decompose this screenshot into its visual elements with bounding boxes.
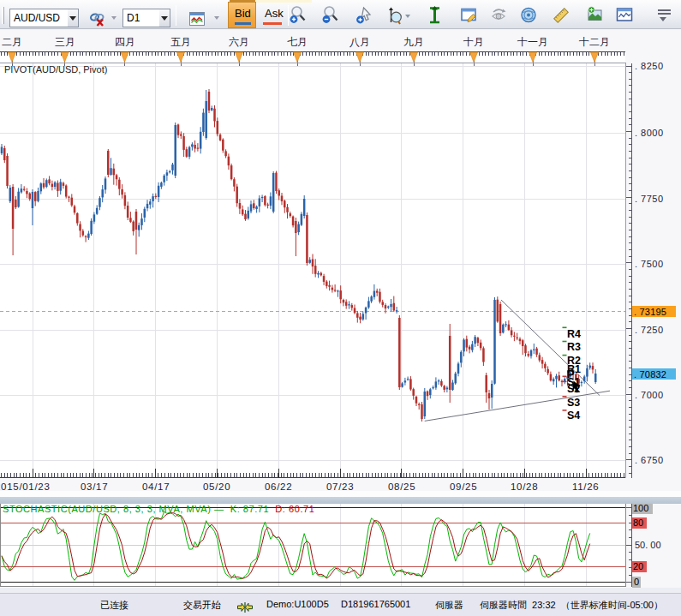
svg-text:S4: S4 [567, 410, 580, 422]
svg-text:S3: S3 [567, 397, 580, 409]
svg-text:R4: R4 [567, 328, 581, 340]
svg-text:R3: R3 [567, 341, 581, 353]
